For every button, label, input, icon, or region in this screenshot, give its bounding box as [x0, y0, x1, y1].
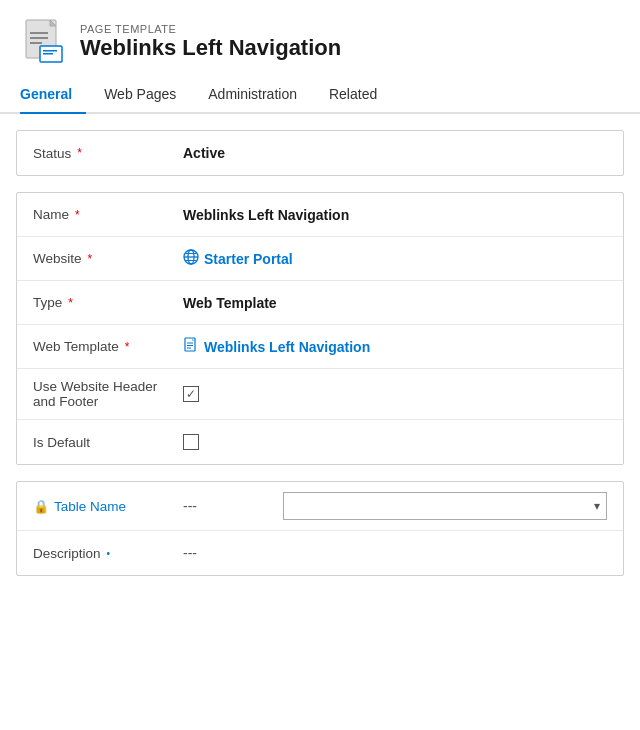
table-name-row: 🔒 Table Name --- ▾ — [17, 482, 623, 531]
svg-rect-3 — [30, 37, 48, 39]
use-website-header-footer-checkbox[interactable] — [183, 386, 199, 402]
main-section: Name * Weblinks Left Navigation Website … — [16, 192, 624, 465]
table-name-dashes: --- — [183, 498, 283, 514]
is-default-row: Is Default — [17, 420, 623, 464]
svg-rect-6 — [43, 50, 57, 52]
page-header-text: PAGE TEMPLATE Weblinks Left Navigation — [80, 23, 341, 61]
name-value: Weblinks Left Navigation — [183, 207, 607, 223]
status-value: Active — [183, 145, 607, 161]
tab-administration[interactable]: Administration — [208, 76, 311, 114]
type-field-row: Type * Web Template — [17, 281, 623, 325]
name-field-row: Name * Weblinks Left Navigation — [17, 193, 623, 237]
page-header: PAGE TEMPLATE Weblinks Left Navigation — [0, 0, 640, 76]
status-label: Status * — [33, 146, 183, 161]
web-template-label: Web Template * — [33, 339, 183, 354]
is-default-value — [183, 434, 607, 450]
tabs-bar: General Web Pages Administration Related — [0, 76, 640, 114]
description-value: --- — [183, 545, 607, 561]
tab-web-pages[interactable]: Web Pages — [104, 76, 190, 114]
type-required-star: * — [68, 296, 73, 310]
description-required-dot: • — [107, 548, 111, 559]
page-title: Weblinks Left Navigation — [80, 35, 341, 61]
website-value: Starter Portal — [183, 249, 607, 268]
type-value: Web Template — [183, 295, 607, 311]
use-website-header-footer-label: Use Website Header and Footer — [33, 379, 183, 409]
is-default-checkbox[interactable] — [183, 434, 199, 450]
web-template-field-row: Web Template * Weblinks Left Navigation — [17, 325, 623, 369]
status-required-star: * — [77, 146, 82, 160]
chevron-down-icon: ▾ — [594, 499, 600, 513]
page-icon — [20, 18, 68, 66]
table-section: 🔒 Table Name --- ▾ Description • --- — [16, 481, 624, 576]
status-field-row: Status * Active — [17, 131, 623, 175]
website-required-star: * — [88, 252, 93, 266]
web-template-value: Weblinks Left Navigation — [183, 337, 607, 356]
website-field-row: Website * Starter Portal — [17, 237, 623, 281]
description-label: Description • — [33, 546, 183, 561]
name-label: Name * — [33, 207, 183, 222]
globe-icon — [183, 249, 199, 268]
use-website-header-footer-row: Use Website Header and Footer — [17, 369, 623, 420]
tab-general[interactable]: General — [20, 76, 86, 114]
status-section: Status * Active — [16, 130, 624, 176]
svg-rect-4 — [30, 42, 42, 44]
web-template-link[interactable]: Weblinks Left Navigation — [183, 337, 370, 356]
svg-rect-2 — [30, 32, 48, 34]
type-label: Type * — [33, 295, 183, 310]
use-website-header-footer-value — [183, 386, 607, 402]
doc-icon — [183, 337, 199, 356]
website-link[interactable]: Starter Portal — [183, 249, 293, 268]
table-name-dropdown[interactable]: ▾ — [283, 492, 607, 520]
tab-related[interactable]: Related — [329, 76, 391, 114]
website-label: Website * — [33, 251, 183, 266]
is-default-label: Is Default — [33, 435, 183, 450]
lock-icon: 🔒 — [33, 499, 49, 514]
web-template-required-star: * — [125, 340, 130, 354]
page-meta-label: PAGE TEMPLATE — [80, 23, 341, 35]
table-name-label: 🔒 Table Name — [33, 499, 183, 514]
svg-rect-7 — [43, 53, 53, 55]
description-row: Description • --- — [17, 531, 623, 575]
name-required-star: * — [75, 208, 80, 222]
